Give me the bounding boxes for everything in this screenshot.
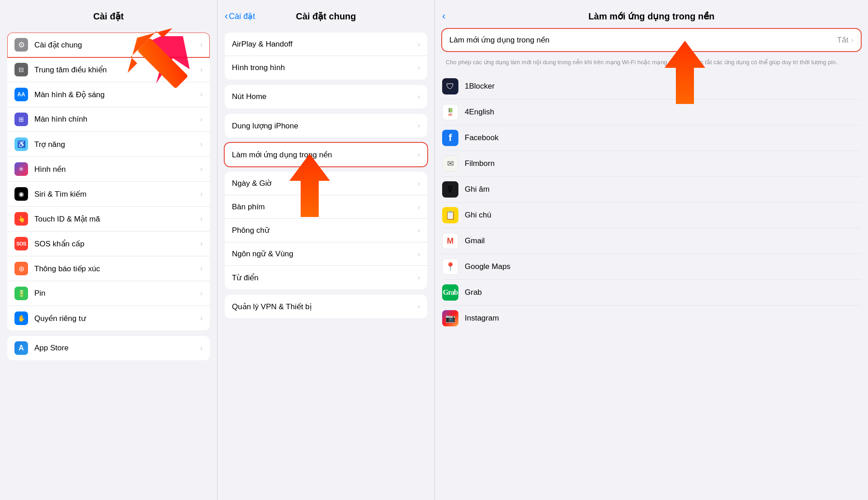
contact-tracing-icon: ⊛ bbox=[14, 262, 28, 275]
app-icon-1blocker: 🛡 bbox=[442, 78, 458, 94]
trung-tam-label: Trung tâm điều khiển bbox=[34, 65, 197, 75]
chevron-icon: › bbox=[418, 40, 420, 48]
app-name-google-maps: Google Maps bbox=[465, 262, 510, 271]
list-item[interactable]: 📍 Google Maps bbox=[442, 254, 861, 280]
list-item[interactable]: Grab Grab bbox=[442, 280, 861, 306]
sidebar-item-man-hinh-do-sang[interactable]: AA Màn hình & Độ sáng › bbox=[7, 82, 210, 107]
chevron-icon: › bbox=[200, 240, 203, 248]
list-item[interactable]: 📷 Instagram bbox=[442, 306, 861, 331]
chevron-icon: › bbox=[418, 93, 420, 101]
battery-icon: 🔋 bbox=[14, 287, 28, 300]
settings-group-main: ⚙ Cài đặt chung › ⊟ Trung tâm điều khiển… bbox=[7, 33, 210, 330]
sidebar-item-pin[interactable]: 🔋 Pin › bbox=[7, 281, 210, 306]
sidebar-item-man-hinh-chinh[interactable]: ⊞ Màn hình chính › bbox=[7, 107, 210, 132]
cai-dat-chung-label: Cài đặt chung bbox=[34, 40, 197, 50]
list-item[interactable]: ✉ Filmborn bbox=[442, 151, 861, 177]
menu-item-ban-phim[interactable]: Bàn phím › bbox=[225, 195, 427, 219]
app-name-instagram: Instagram bbox=[465, 314, 499, 323]
col3-back-button[interactable]: ‹ bbox=[442, 10, 446, 22]
sos-label: SOS khẩn cấp bbox=[34, 239, 197, 249]
list-item[interactable]: 📗 4E 4English bbox=[442, 99, 861, 125]
nut-home-label: Nút Home bbox=[232, 92, 414, 101]
ban-phim-label: Bàn phím bbox=[232, 203, 414, 212]
col2-back-button[interactable]: ‹ Cài đặt bbox=[225, 10, 255, 22]
menu-item-ngay-gio[interactable]: Ngày & Giờ › bbox=[225, 172, 427, 195]
chevron-icon: › bbox=[200, 165, 203, 173]
menu-item-vpn[interactable]: Quản lý VPN & Thiết bị › bbox=[225, 295, 427, 318]
menu-item-phong-chu[interactable]: Phông chữ › bbox=[225, 219, 427, 242]
chevron-icon: › bbox=[200, 289, 203, 297]
settings-group-lam-moi: Làm mới ứng dụng trong nền › bbox=[225, 143, 427, 166]
sidebar-item-sos[interactable]: SOS SOS khẩn cấp › bbox=[7, 231, 210, 256]
quyen-rieng-tu-label: Quyền riêng tư bbox=[34, 314, 197, 323]
chevron-icon: › bbox=[200, 215, 203, 223]
menu-item-hinh-trong-hinh[interactable]: Hình trong hình › bbox=[225, 56, 427, 80]
airplay-label: AirPlay & Handoff bbox=[232, 40, 414, 49]
app-icon-facebook: f bbox=[442, 130, 458, 146]
phong-chu-label: Phông chữ bbox=[232, 226, 414, 235]
sidebar-item-siri[interactable]: ◉ Siri & Tìm kiếm › bbox=[7, 182, 210, 207]
app-name-filmborn: Filmborn bbox=[465, 159, 495, 168]
chevron-icon: › bbox=[200, 314, 203, 322]
app-icon-gmail: M bbox=[442, 233, 458, 249]
chevron-icon: › bbox=[200, 264, 203, 273]
app-name-facebook: Facebook bbox=[465, 133, 499, 142]
settings-group-vpn: Quản lý VPN & Thiết bị › bbox=[225, 295, 427, 318]
dung-luong-label: Dung lượng iPhone bbox=[232, 121, 414, 131]
toggle-chevron-icon: › bbox=[851, 36, 854, 44]
list-item[interactable]: 🛡 1Blocker bbox=[442, 74, 861, 99]
accessibility-icon: ♿ bbox=[14, 137, 28, 151]
app-icon-4english: 📗 4E bbox=[442, 104, 458, 120]
hinh-nen-label: Hình nền bbox=[34, 165, 197, 174]
sidebar-item-quyen-rieng-tu[interactable]: ✋ Quyền riêng tư › bbox=[7, 306, 210, 330]
menu-item-tu-dien[interactable]: Từ điển › bbox=[225, 266, 427, 289]
list-item[interactable]: M Gmail bbox=[442, 228, 861, 254]
column-background-refresh: ‹ Làm mới ứng dụng trong nền Làm mới ứng… bbox=[435, 0, 868, 500]
background-refresh-toggle-row[interactable]: Làm mới ứng dụng trong nền Tắt › bbox=[442, 29, 861, 51]
app-name-ghi-chu: Ghi chú bbox=[465, 211, 491, 220]
chevron-icon: › bbox=[418, 226, 420, 235]
col3-header: ‹ Làm mới ứng dụng trong nền bbox=[435, 0, 868, 29]
app-store-icon: A bbox=[14, 341, 28, 355]
ngay-gio-label: Ngày & Giờ bbox=[232, 179, 414, 188]
chevron-icon: › bbox=[200, 344, 203, 352]
app-icon-grab: Grab bbox=[442, 284, 458, 301]
chevron-icon: › bbox=[418, 302, 420, 311]
chevron-icon: › bbox=[418, 122, 420, 130]
menu-item-lam-moi[interactable]: Làm mới ứng dụng trong nền › bbox=[225, 143, 427, 166]
siri-label: Siri & Tìm kiếm bbox=[34, 189, 197, 199]
man-hinh-chinh-label: Màn hình chính bbox=[34, 115, 197, 124]
settings-group-dung-luong: Dung lượng iPhone › bbox=[225, 114, 427, 137]
list-item[interactable]: 📋 Ghi chú bbox=[442, 203, 861, 228]
col2-header: ‹ Cài đặt Cài đặt chung bbox=[217, 0, 434, 29]
sidebar-item-tro-nang[interactable]: ♿ Trợ năng › bbox=[7, 132, 210, 157]
sidebar-item-app-store[interactable]: A App Store › bbox=[7, 336, 210, 360]
menu-item-nut-home[interactable]: Nút Home › bbox=[225, 85, 427, 108]
menu-item-dung-luong[interactable]: Dung lượng iPhone › bbox=[225, 114, 427, 137]
sidebar-item-thong-bao[interactable]: ⊛ Thông báo tiếp xúc › bbox=[7, 256, 210, 281]
settings-group-airplay: AirPlay & Handoff › Hình trong hình › bbox=[225, 33, 427, 80]
chevron-icon: › bbox=[418, 250, 420, 258]
menu-item-ngon-ngu[interactable]: Ngôn ngữ & Vùng › bbox=[225, 242, 427, 266]
sidebar-item-hinh-nen[interactable]: ✳ Hình nền › bbox=[7, 157, 210, 182]
chevron-icon: › bbox=[418, 274, 420, 282]
chevron-icon: › bbox=[418, 179, 420, 188]
touch-id-label: Touch ID & Mật mã bbox=[34, 214, 197, 224]
col2-title: Cài đặt chung bbox=[296, 11, 356, 22]
sidebar-item-trung-tam[interactable]: ⊟ Trung tâm điều khiển › bbox=[7, 57, 210, 82]
column-general: ‹ Cài đặt Cài đặt chung AirPlay & Handof… bbox=[217, 0, 434, 500]
col3-title: Làm mới ứng dụng trong nền bbox=[446, 11, 857, 22]
list-item[interactable]: 🎙 Ghi âm bbox=[442, 177, 861, 203]
toggle-label: Làm mới ứng dụng trong nền bbox=[449, 35, 550, 45]
tro-nang-label: Trợ năng bbox=[34, 140, 197, 149]
gear-icon: ⚙ bbox=[14, 38, 28, 52]
chevron-icon: › bbox=[200, 66, 203, 74]
pin-label: Pin bbox=[34, 289, 197, 298]
sidebar-item-touch-id[interactable]: 👆 Touch ID & Mật mã › bbox=[7, 207, 210, 231]
list-item[interactable]: f Facebook bbox=[442, 125, 861, 151]
tu-dien-label: Từ điển bbox=[232, 273, 414, 283]
app-name-4english: 4English bbox=[465, 108, 494, 117]
ngon-ngu-label: Ngôn ngữ & Vùng bbox=[232, 249, 414, 259]
menu-item-airplay[interactable]: AirPlay & Handoff › bbox=[225, 33, 427, 56]
sidebar-item-cai-dat-chung[interactable]: ⚙ Cài đặt chung › bbox=[7, 33, 210, 57]
